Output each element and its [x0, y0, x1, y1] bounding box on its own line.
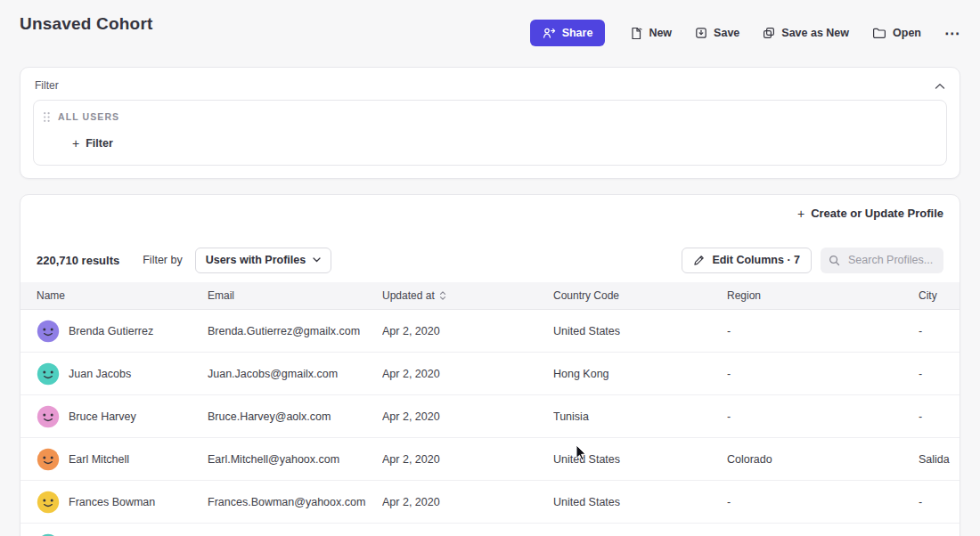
- profile-updated-at: Apr 2, 2020: [382, 453, 553, 466]
- cohort-page: Unsaved Cohort Share New Save: [0, 0, 980, 536]
- profile-email: Brenda.Gutierrez@gmailx.com: [208, 325, 382, 337]
- plus-icon: +: [72, 137, 79, 150]
- drag-handle-icon[interactable]: [43, 111, 51, 123]
- add-filter-button[interactable]: + Filter: [69, 135, 117, 151]
- profile-city: -: [899, 410, 960, 423]
- profile-email: Juan.Jacobs@gmailx.com: [208, 368, 382, 380]
- avatar: [37, 448, 60, 471]
- edit-columns-label: Edit Columns · 7: [712, 254, 800, 266]
- profile-updated-at: Apr 2, 2020: [382, 368, 553, 380]
- profile-updated-at: Apr 2, 2020: [382, 325, 553, 337]
- column-header-updated-at[interactable]: Updated at: [382, 289, 553, 302]
- save-icon: [695, 27, 707, 39]
- profile-name: Frances Bowman: [69, 496, 155, 508]
- profiles-panel: + Create or Update Profile 220,710 resul…: [20, 194, 960, 536]
- search-box[interactable]: [821, 248, 943, 273]
- table-header: Name Email Updated at Country Code Regio…: [20, 282, 960, 310]
- save-label: Save: [714, 27, 739, 39]
- search-input[interactable]: [846, 253, 935, 267]
- column-header-name[interactable]: Name: [20, 289, 208, 302]
- header-actions: Share New Save Save as New: [530, 20, 960, 46]
- table-row[interactable]: Brenda GutierrezBrenda.Gutierrez@gmailx.…: [20, 310, 960, 353]
- table-row[interactable]: Frances BowmanFrances.Bowman@yahoox.comA…: [20, 481, 960, 524]
- profile-country-code: Tunisia: [553, 410, 727, 423]
- profile-region: -: [727, 368, 899, 380]
- pencil-icon: [693, 255, 705, 266]
- table-row[interactable]: Bruce HarveyBruce.Harvey@aolx.comApr 2, …: [20, 395, 960, 438]
- profile-email: Bruce.Harvey@aolx.com: [208, 410, 382, 423]
- save-as-new-label: Save as New: [781, 27, 849, 39]
- profiles-toolbar: 220,710 results Filter by Users with Pro…: [20, 238, 960, 282]
- filter-by-label: Filter by: [143, 254, 182, 266]
- table-row[interactable]: Earl MitchellEarl.Mitchell@yahoox.comApr…: [20, 438, 960, 481]
- new-document-icon: [630, 27, 642, 40]
- ellipsis-icon: ⋯: [944, 26, 960, 41]
- profile-name: Earl Mitchell: [69, 453, 129, 466]
- profile-region: -: [727, 496, 899, 508]
- chevron-up-icon: [935, 79, 945, 93]
- share-icon: [543, 27, 556, 39]
- new-button[interactable]: New: [630, 27, 672, 40]
- search-icon: [829, 255, 840, 266]
- profiles-filter-value: Users with Profiles: [206, 254, 306, 266]
- save-as-new-button[interactable]: Save as New: [763, 27, 849, 39]
- profile-name-cell: Earl Mitchell: [20, 448, 208, 471]
- profile-name: Bruce Harvey: [69, 410, 136, 423]
- updated-at-label: Updated at: [382, 289, 435, 302]
- profile-region: Colorado: [727, 453, 899, 466]
- profile-region: -: [727, 410, 899, 423]
- profile-country-code: United States: [553, 325, 727, 337]
- create-or-update-profile-button[interactable]: + Create or Update Profile: [797, 207, 943, 220]
- profile-city: -: [899, 325, 960, 337]
- column-header-email[interactable]: Email: [208, 289, 382, 302]
- profile-name-cell: Juan Jacobs: [20, 362, 208, 386]
- all-users-filter-group: ALL USERS + Filter: [33, 100, 947, 166]
- profile-updated-at: Apr 2, 2020: [382, 496, 553, 508]
- profiles-table-body: Brenda GutierrezBrenda.Gutierrez@gmailx.…: [20, 310, 960, 536]
- profile-name-cell: Frances Bowman: [20, 491, 208, 514]
- column-header-city[interactable]: City: [899, 289, 960, 302]
- folder-icon: [872, 27, 886, 39]
- profiles-filter-dropdown[interactable]: Users with Profiles: [195, 248, 332, 273]
- avatar: [37, 491, 60, 514]
- table-row-partial[interactable]: [20, 524, 960, 536]
- sort-icon[interactable]: [439, 290, 446, 301]
- avatar: [37, 320, 60, 343]
- chevron-down-icon: [313, 257, 321, 263]
- column-header-country-code[interactable]: Country Code: [553, 289, 727, 302]
- avatar: [37, 405, 60, 428]
- add-filter-label: Filter: [86, 137, 113, 150]
- table-row[interactable]: Juan JacobsJuan.Jacobs@gmailx.comApr 2, …: [20, 353, 960, 395]
- save-button[interactable]: Save: [695, 27, 739, 39]
- share-button[interactable]: Share: [530, 20, 606, 46]
- avatar: [37, 533, 60, 536]
- profile-name-cell: Bruce Harvey: [20, 405, 208, 428]
- profile-country-code: Hong Kong: [553, 368, 727, 380]
- profile-name: Brenda Gutierrez: [69, 325, 153, 337]
- page-header: Unsaved Cohort Share New Save: [0, 0, 980, 55]
- edit-columns-button[interactable]: Edit Columns · 7: [682, 248, 812, 273]
- avatar: [37, 362, 60, 386]
- profile-name-cell: [20, 533, 208, 536]
- open-button[interactable]: Open: [872, 27, 921, 39]
- more-options-button[interactable]: ⋯: [944, 26, 960, 41]
- profile-city: -: [899, 368, 960, 380]
- results-count: 220,710 results: [37, 254, 119, 267]
- plus-icon: +: [797, 207, 804, 220]
- profile-email: Earl.Mitchell@yahoox.com: [208, 453, 382, 466]
- profile-city: Salida: [899, 453, 960, 466]
- share-label: Share: [562, 27, 593, 39]
- profile-country-code: United States: [553, 496, 727, 508]
- collapse-filter-button[interactable]: [931, 76, 949, 96]
- column-header-region[interactable]: Region: [727, 289, 899, 302]
- profile-region: -: [727, 325, 899, 337]
- profile-city: -: [899, 496, 960, 508]
- copy-icon: [763, 27, 775, 39]
- create-or-update-profile-label: Create or Update Profile: [811, 207, 943, 220]
- open-label: Open: [893, 27, 921, 39]
- profile-name-cell: Brenda Gutierrez: [20, 320, 208, 343]
- profile-updated-at: Apr 2, 2020: [382, 410, 553, 423]
- filter-panel-title: Filter: [35, 79, 59, 92]
- new-label: New: [649, 27, 672, 39]
- filter-group-header: ALL USERS: [43, 110, 935, 124]
